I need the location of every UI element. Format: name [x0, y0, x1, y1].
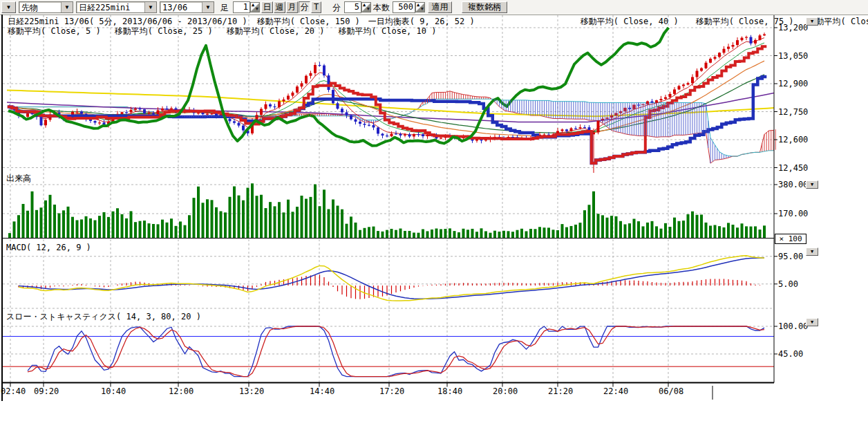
volume-panel-label: 出来高: [6, 174, 31, 183]
ma-5-line: [10, 38, 764, 140]
macd-line: [19, 256, 764, 301]
minute-label: 分: [332, 3, 341, 12]
spin-up-icon[interactable]: ▲: [363, 3, 366, 8]
time-axis-tick: 20:00: [493, 387, 523, 395]
symbol-value: 日経225mini: [79, 3, 131, 12]
panel-borders: [2, 15, 777, 401]
legend-item: 移動平均( Close, 40 ): [581, 17, 679, 26]
stoch-panel-label: スロー・ストキャスティクス( 14, 3, 80, 20 ): [6, 312, 201, 321]
legend-row-2: 移動平均( Close, 5 )移動平均( Close, 25 )移動平均( C…: [8, 27, 436, 36]
stochastics-panel: [3, 326, 774, 377]
spin-down-icon[interactable]: ▼: [367, 7, 370, 12]
time-axis-tick: 12:00: [169, 387, 199, 395]
trading-chart-window: ▼ 先物 ▼ 日経225mini ▼ 13/06 ▼ 足 1 ▲ ▼ 日 週 月…: [0, 0, 868, 448]
legend-item: 移動平均( Close, 5 ): [8, 27, 101, 36]
stoch-k-line: [28, 326, 764, 377]
senkou-span-b: [10, 99, 868, 156]
price-axis-tick: 13,200: [778, 24, 808, 32]
macd-axis-tick: 95.00: [778, 252, 803, 261]
senkou-span-a: [10, 62, 868, 163]
time-axis-tick: 10:40: [101, 387, 131, 395]
apply-button[interactable]: 適用: [428, 1, 452, 13]
volume-axis-tick: 380.00: [778, 180, 808, 189]
time-axis-tick: 13:20: [239, 387, 270, 395]
panel-dropdown-button[interactable]: ▼: [806, 180, 818, 189]
time-axis-tick: 22:40: [603, 387, 634, 395]
panel-dropdown-button[interactable]: ▼: [806, 17, 818, 26]
period-tick-button[interactable]: T: [311, 1, 321, 13]
multi-symbol-button[interactable]: 複数銘柄: [462, 1, 507, 13]
stoch-d-line: [28, 326, 764, 377]
contract-month-select[interactable]: 13/06 ▼: [160, 1, 214, 13]
volume-multiplier-badge: × 100: [775, 234, 806, 244]
macd-panel-label: MACD( 12, 26, 9 ): [6, 243, 91, 252]
category-value: 先物: [21, 3, 38, 12]
time-axis-tick: 21:20: [548, 387, 578, 395]
price-panel: [7, 28, 868, 202]
legend-item: 移動平均( Close, 150 ): [257, 17, 360, 26]
chevron-down-icon[interactable]: ▼: [61, 2, 73, 12]
time-axis-tick: 14:40: [310, 387, 340, 395]
bar-count-label: 本数: [373, 3, 390, 12]
ma-10-line: [10, 43, 764, 138]
time-axis-tick: 17:20: [379, 387, 410, 395]
chevron-down-icon[interactable]: ▼: [144, 2, 156, 12]
spin-down-icon[interactable]: ▼: [421, 7, 424, 12]
minute-interval-input[interactable]: 5: [344, 1, 361, 13]
chart-canvas: [0, 15, 868, 448]
spin-up-icon[interactable]: ▲: [252, 3, 254, 8]
time-axis-tick: 09:20: [34, 387, 64, 395]
volume-axis-tick: 170.00: [778, 209, 808, 218]
ma-25-line: [10, 61, 764, 136]
legend-item: 日経225mini 13/06( 5分, 2013/06/06 - 2013/0…: [8, 17, 247, 26]
tenkan-step-line: [8, 46, 767, 163]
bar-interval-input[interactable]: 1: [233, 1, 250, 13]
spin-down-icon[interactable]: ▼: [256, 7, 258, 12]
legend-item: 移動平均( Close, 10 ): [339, 27, 437, 36]
time-axis-tick: 02:40: [1, 387, 31, 395]
chevron-down-icon[interactable]: ▼: [202, 2, 214, 12]
legend-item: 一目均衡表( 9, 26, 52 ): [368, 17, 475, 26]
toolbar: ▼ 先物 ▼ 日経225mini ▼ 13/06 ▼ 足 1 ▲ ▼ 日 週 月…: [0, 0, 868, 15]
minute-interval-spinner[interactable]: ▲ ▼: [361, 2, 371, 12]
stoch-axis-tick: 100.00: [778, 322, 808, 330]
panel-dropdown-button[interactable]: ▼: [806, 318, 818, 326]
period-month-button[interactable]: 月: [286, 1, 298, 13]
legend-item: 移動平均( Close, 25 ): [115, 27, 213, 36]
bar-count-spinner[interactable]: ▲ ▼: [415, 2, 425, 12]
volume-series: [8, 183, 766, 238]
price-axis-tick: 12,750: [778, 108, 808, 116]
legend-item: 移動平均( Close, 20 ): [227, 27, 325, 36]
period-day-button[interactable]: 日: [261, 1, 273, 13]
chart-area: 日経225mini 13/06( 5分, 2013/06/06 - 2013/0…: [0, 15, 868, 448]
symbol-select[interactable]: 日経225mini ▼: [76, 1, 157, 13]
macd-axis-tick: 5.00: [778, 280, 798, 288]
bar-type-label: 足: [220, 3, 229, 12]
spin-up-icon[interactable]: ▲: [417, 3, 419, 8]
time-axis-tick: 18:40: [437, 387, 468, 395]
macd-panel: [19, 256, 764, 301]
price-axis-tick: 12,900: [778, 80, 808, 88]
contract-value: 13/06: [162, 3, 187, 12]
bar-count-input[interactable]: 500: [393, 1, 415, 13]
price-axis-tick: 13,050: [778, 52, 808, 60]
price-axis-tick: 12,450: [778, 164, 808, 172]
bar-interval-spinner[interactable]: ▲ ▼: [250, 2, 260, 12]
legend-row-1: 日経225mini 13/06( 5分, 2013/06/06 - 2013/0…: [8, 17, 868, 26]
category-select[interactable]: 先物 ▼: [19, 1, 73, 13]
time-axis-tick: 06/08: [659, 387, 689, 395]
stoch-axis-tick: 45.00: [778, 350, 803, 358]
window-dropdown-button[interactable]: ▼: [1, 1, 16, 13]
period-minute-button[interactable]: 分: [299, 1, 310, 13]
price-axis-tick: 12,600: [778, 136, 808, 144]
panel-dropdown-button[interactable]: ▼: [806, 248, 818, 256]
period-week-button[interactable]: 週: [274, 1, 285, 13]
